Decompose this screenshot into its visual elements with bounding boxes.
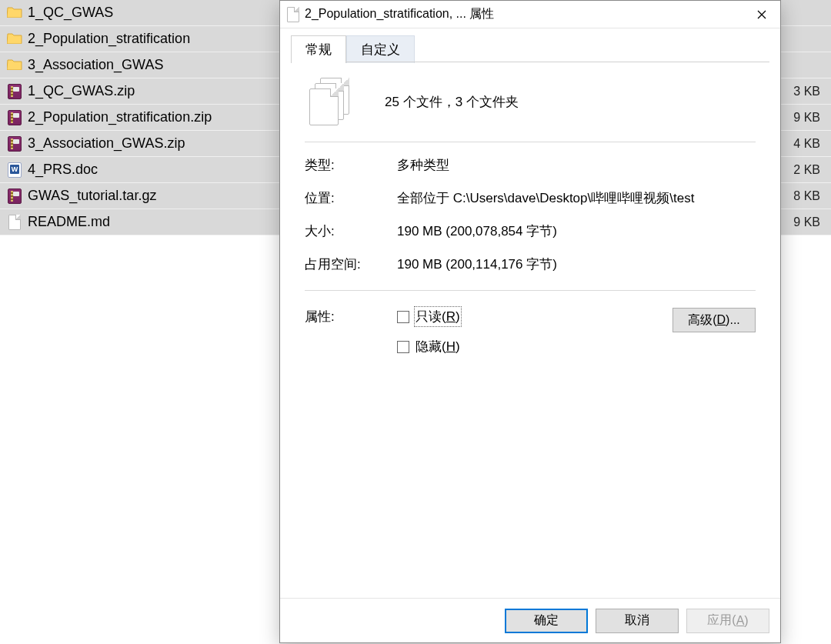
advanced-button[interactable]: 高级(D)... — [672, 308, 756, 332]
dialog-footer: 确定 取消 应用(A) — [280, 598, 780, 642]
archive-icon — [6, 135, 23, 152]
multi-file-icon — [309, 78, 354, 127]
label-size: 大小: — [305, 222, 397, 240]
ok-button[interactable]: 确定 — [505, 609, 588, 633]
file-size: 4 KB — [779, 137, 831, 151]
checkbox-box-icon — [397, 341, 409, 353]
file-icon — [286, 7, 300, 22]
checkbox-readonly-label: 只读(R) — [416, 308, 460, 325]
folder-icon — [6, 57, 23, 74]
close-button[interactable] — [743, 1, 780, 28]
value-size-on-disk: 190 MB (200,114,176 字节) — [397, 255, 756, 273]
file-size: 8 KB — [779, 189, 831, 203]
cancel-button[interactable]: 取消 — [596, 609, 679, 633]
properties-grid: 类型: 多种类型 位置: 全部位于 C:\Users\dave\Desktop\… — [305, 156, 756, 291]
archive-icon — [6, 188, 23, 205]
dialog-body: 常规 自定义 25 个文件，3 个文件夹 类型: 多种类型 位置: 全部位于 C… — [280, 28, 780, 598]
dialog-title: 2_Population_stratification, ... 属性 — [305, 6, 743, 22]
label-attributes: 属性: — [305, 308, 397, 325]
attributes-section: 属性: 只读(R) 隐藏(H) 高级(D)... — [305, 291, 756, 355]
file-size: 9 KB — [779, 215, 831, 229]
file-size: 2 KB — [779, 163, 831, 177]
archive-icon — [6, 83, 23, 100]
value-size: 190 MB (200,078,854 字节) — [397, 222, 756, 240]
close-icon — [757, 10, 766, 19]
tab-panel-general: 25 个文件，3 个文件夹 类型: 多种类型 位置: 全部位于 C:\Users… — [291, 62, 769, 355]
checkbox-hidden[interactable]: 隐藏(H) — [397, 338, 672, 355]
value-type: 多种类型 — [397, 156, 756, 174]
archive-icon — [6, 109, 23, 126]
word-doc-icon — [6, 162, 23, 179]
file-icon — [6, 214, 23, 231]
tab-strip: 常规 自定义 — [291, 36, 769, 62]
properties-dialog: 2_Population_stratification, ... 属性 常规 自… — [279, 0, 781, 643]
tab-custom[interactable]: 自定义 — [346, 35, 415, 63]
label-location: 位置: — [305, 189, 397, 207]
value-location: 全部位于 C:\Users\dave\Desktop\哔哩哔哩视频\test — [397, 189, 756, 207]
overview-row: 25 个文件，3 个文件夹 — [305, 76, 756, 142]
file-size: 3 KB — [779, 85, 831, 98]
checkbox-readonly[interactable]: 只读(R) — [397, 308, 672, 325]
file-size: 9 KB — [779, 111, 831, 125]
tab-general[interactable]: 常规 — [291, 35, 346, 63]
folder-icon — [6, 5, 23, 22]
checkbox-box-icon — [397, 311, 409, 323]
checkbox-hidden-label: 隐藏(H) — [416, 338, 460, 355]
label-type: 类型: — [305, 156, 397, 174]
folder-icon — [6, 31, 23, 48]
label-size-on-disk: 占用空间: — [305, 255, 397, 273]
file-count-summary: 25 个文件，3 个文件夹 — [385, 93, 519, 111]
apply-button[interactable]: 应用(A) — [686, 609, 769, 633]
dialog-titlebar[interactable]: 2_Population_stratification, ... 属性 — [280, 1, 780, 28]
